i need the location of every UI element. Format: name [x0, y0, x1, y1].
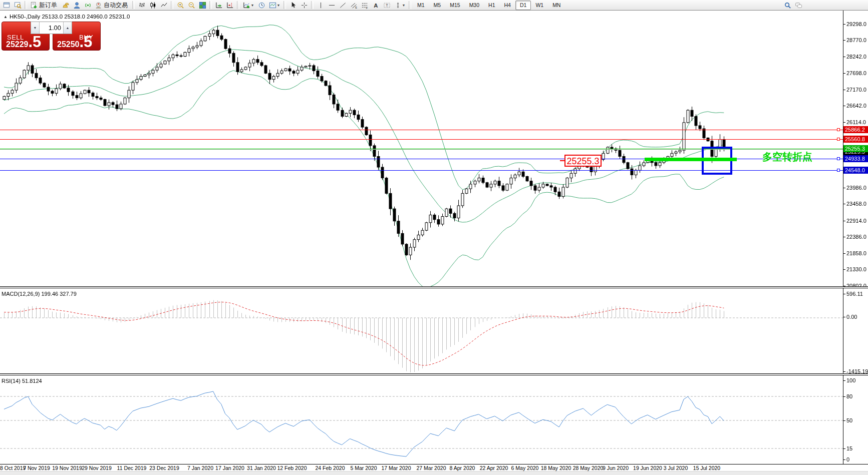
date-axis-label: 3 Jul 2020 [664, 465, 688, 471]
deposit-gold-button[interactable] [60, 1, 71, 10]
channel-icon: E [350, 2, 358, 9]
timeframe-m1-button[interactable]: M1 [413, 1, 429, 10]
toolbar-separator [171, 1, 173, 9]
timeframe-m30-button[interactable]: M30 [465, 1, 484, 10]
price-tag-25255-3: 25255.3 [843, 145, 868, 152]
date-axis-label: 11 Dec 2019 [117, 465, 147, 471]
line-handle-marker[interactable] [837, 138, 840, 141]
macd-pane-canvas[interactable] [0, 288, 843, 373]
toolbar-separator [311, 1, 314, 9]
tile-windows-icon [199, 2, 206, 9]
turning-point-note[interactable]: 多空转折点 [762, 150, 812, 164]
rsi-axis-tick [843, 448, 845, 449]
collapse-panel-arrow[interactable]: ▲ [4, 15, 8, 19]
date-axis-label: 18 May 2020 [541, 465, 571, 471]
new-window-button[interactable] [1, 1, 12, 10]
new-order-icon [30, 2, 38, 9]
macd-indicator-label: MACD(12,26,9) 199.46 327.79 [2, 291, 77, 297]
svg-text:T: T [386, 3, 388, 8]
volume-decrease-button[interactable]: ▼ [31, 22, 40, 34]
contacts-button[interactable] [71, 1, 82, 10]
price-axis-tick [843, 90, 845, 90]
chart-shift-icon [226, 2, 234, 9]
price-tag-24933-8: 24933.8 [843, 155, 868, 162]
auto-scroll-icon [215, 2, 223, 9]
date-axis-label: 31 Jan 2020 [247, 465, 276, 471]
text-icon: A [372, 2, 380, 9]
price-axis-tick [843, 57, 845, 57]
green-zone-bar[interactable] [645, 158, 737, 161]
price-axis-tick [843, 221, 845, 221]
line-handle-marker[interactable] [837, 169, 840, 172]
zoom-out-button[interactable] [186, 1, 197, 10]
horizontal-line-button[interactable] [326, 1, 337, 10]
auto-scroll-button[interactable] [213, 1, 224, 10]
signals-button[interactable] [82, 1, 93, 10]
tile-windows-button[interactable] [197, 1, 208, 10]
arrows-button[interactable]: ▼ [392, 1, 407, 10]
indicators-button[interactable]: ▼ [241, 1, 256, 10]
periods-clock-button[interactable] [256, 1, 267, 10]
candlestick-chart-button[interactable] [147, 1, 158, 10]
sell-price-int: 25229 [6, 40, 29, 49]
autotrading-button[interactable]: 自动交易 [93, 1, 131, 10]
templates-button[interactable]: ▼ [267, 1, 282, 10]
date-axis-label: 5 Mar 2020 [350, 465, 377, 471]
search-icon [784, 2, 791, 9]
search-button[interactable] [782, 1, 793, 10]
price-axis-tick [843, 40, 845, 41]
price-line-25560-8[interactable] [0, 139, 843, 140]
price-axis-tick [843, 73, 845, 74]
line-handle-marker[interactable] [837, 157, 840, 160]
volume-value[interactable]: 1.00 [40, 22, 63, 34]
timeframe-d1-button[interactable]: D1 [515, 1, 531, 10]
cursor-button[interactable] [287, 1, 299, 10]
new-order-button[interactable]: 新订单 [29, 1, 60, 10]
buy-price-int: 25250 [57, 40, 80, 49]
timeframe-h4-button[interactable]: H4 [500, 1, 515, 10]
macd-axis-label: 596.11 [846, 291, 863, 297]
rsi-pane-canvas[interactable] [0, 375, 843, 464]
window-preview-button[interactable] [12, 1, 23, 10]
text-label-button[interactable]: T [381, 1, 392, 10]
chat-button[interactable] [793, 1, 804, 10]
line-handle-marker[interactable] [837, 128, 840, 131]
chart-area: 29298.028770.028242.027698.027170.026642… [0, 11, 868, 475]
date-axis-label: 7 Jan 2020 [187, 465, 213, 471]
timeframe-mn-button[interactable]: MN [548, 1, 565, 10]
timeframe-w1-button[interactable]: W1 [531, 1, 548, 10]
rsi-indicator-label: RSI(14) 51.8124 [2, 378, 42, 384]
timeframe-m15-button[interactable]: M15 [445, 1, 464, 10]
trendline-icon [339, 2, 347, 9]
timeframe-h1-button[interactable]: H1 [484, 1, 499, 10]
trendline-button[interactable] [337, 1, 348, 10]
timeframe-m5-button[interactable]: M5 [429, 1, 446, 10]
date-axis-label: 29 Nov 2019 [82, 465, 112, 471]
pane-separator[interactable] [0, 286, 868, 288]
vertical-line-button[interactable] [315, 1, 326, 10]
price-axis-label: 28242.0 [846, 54, 866, 60]
date-axis-label: 8 Oct 2019 [0, 465, 26, 471]
crosshair-button[interactable] [299, 1, 310, 10]
price-line-25866-2[interactable] [0, 130, 843, 130]
text-label-icon: T [383, 2, 391, 9]
price-axis-label: 22386.0 [846, 234, 866, 240]
equidistant-channel-button[interactable]: E [348, 1, 359, 10]
chart-shift-button[interactable] [224, 1, 235, 10]
fibonacci-button[interactable]: F [359, 1, 370, 10]
arrows-icon [394, 2, 402, 9]
macd-axis-tick [843, 371, 845, 372]
bar-chart-button[interactable] [136, 1, 147, 10]
fibonacci-icon: F [361, 2, 369, 9]
line-chart-button[interactable] [158, 1, 169, 10]
rsi-axis-label: 100 [846, 377, 855, 383]
window-icon [3, 2, 11, 9]
pane-separator[interactable] [0, 373, 868, 375]
text-button[interactable]: A [370, 1, 381, 10]
toolbar-separator [237, 1, 239, 9]
volume-increase-button[interactable]: ▲ [63, 22, 72, 34]
zoom-in-button[interactable] [175, 1, 186, 10]
price-axis-label: 26642.0 [846, 103, 866, 109]
price-axis-label: 26114.0 [846, 119, 866, 125]
price-callout-box[interactable]: 25255.3 [564, 155, 602, 167]
